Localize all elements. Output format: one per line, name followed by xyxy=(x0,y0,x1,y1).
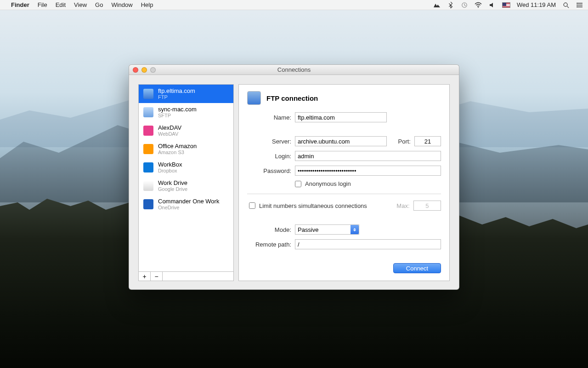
mode-label: Mode: xyxy=(247,226,291,233)
svg-point-7 xyxy=(577,3,577,4)
connection-subtitle: SFTP xyxy=(158,113,197,118)
wifi-icon[interactable] xyxy=(475,2,482,8)
limit-connections-label: Limit numbers simultaneous connections xyxy=(259,202,367,209)
svg-line-3 xyxy=(567,6,569,8)
svg-point-2 xyxy=(564,3,567,6)
connection-protocol-icon xyxy=(143,199,153,209)
dropdown-caret-icon xyxy=(351,225,359,234)
mountain-status-icon[interactable] xyxy=(433,2,441,8)
name-label: Name: xyxy=(247,114,291,121)
connection-item[interactable]: sync-mac.comSFTP xyxy=(139,103,233,121)
connection-item[interactable]: Office AmazonAmazon S3 xyxy=(139,140,233,158)
connection-name: ftp.eltima.com xyxy=(158,88,195,94)
connection-name: AlexDAV xyxy=(158,125,181,131)
menu-go[interactable]: Go xyxy=(95,1,103,8)
svg-point-8 xyxy=(577,5,577,6)
connection-detail-panel: FTP connection Name: Server: Port: Login… xyxy=(238,84,450,281)
menu-window[interactable]: Window xyxy=(111,1,132,8)
clock[interactable]: Wed 11:19 AM xyxy=(517,1,556,8)
connection-item[interactable]: WorkBoxDropbox xyxy=(139,158,233,177)
app-menus: Finder File Edit View Go Window Help xyxy=(11,1,153,8)
svg-point-9 xyxy=(577,6,577,7)
sidebar-footer: + − xyxy=(138,272,234,281)
connection-protocol-icon xyxy=(143,144,153,154)
login-field[interactable] xyxy=(295,151,441,161)
limit-connections-checkbox[interactable] xyxy=(249,202,255,209)
connection-name: Commander One Work xyxy=(158,198,219,205)
connection-protocol-icon xyxy=(143,181,153,191)
mode-select[interactable]: Passive xyxy=(295,224,359,235)
connection-protocol-icon xyxy=(143,89,153,99)
login-label: Login: xyxy=(247,153,291,160)
connection-subtitle: OneDrive xyxy=(158,205,219,210)
connection-item[interactable]: AlexDAVWebDAV xyxy=(139,121,233,140)
max-label: Max: xyxy=(396,202,409,209)
password-field[interactable] xyxy=(295,166,441,176)
anonymous-login-checkbox[interactable] xyxy=(295,181,301,187)
timemachine-icon[interactable] xyxy=(461,2,468,8)
menu-help[interactable]: Help xyxy=(141,1,153,8)
input-source-flag-icon[interactable] xyxy=(502,2,510,8)
connection-subtitle: Dropbox xyxy=(158,168,182,173)
connection-name: Office Amazon xyxy=(158,143,197,150)
connection-name: Work Drive xyxy=(158,180,187,186)
connection-name: sync-mac.com xyxy=(158,106,197,113)
ftp-drive-icon xyxy=(247,91,261,105)
add-connection-button[interactable]: + xyxy=(139,272,151,281)
server-label: Server: xyxy=(247,138,291,145)
server-field[interactable] xyxy=(295,136,387,146)
remove-connection-button[interactable]: − xyxy=(151,272,163,281)
titlebar[interactable]: Connections xyxy=(129,65,459,75)
svg-point-1 xyxy=(478,7,479,8)
password-label: Password: xyxy=(247,167,291,174)
connection-subtitle: WebDAV xyxy=(158,131,181,137)
detail-title: FTP connection xyxy=(266,94,318,102)
bluetooth-icon[interactable] xyxy=(447,2,454,8)
connect-button[interactable]: Connect xyxy=(393,263,441,273)
notification-center-icon[interactable] xyxy=(576,2,583,8)
menu-file[interactable]: File xyxy=(38,1,47,8)
connection-item[interactable]: ftp.eltima.comFTP xyxy=(139,85,233,103)
connections-window: Connections ftp.eltima.comFTPsync-mac.co… xyxy=(129,64,459,290)
connection-subtitle: FTP xyxy=(158,94,195,100)
port-field[interactable] xyxy=(414,136,441,146)
connection-item[interactable]: Commander One WorkOneDrive xyxy=(139,195,233,213)
connection-item[interactable]: Work DriveGoogle Drive xyxy=(139,177,233,195)
app-name-menu[interactable]: Finder xyxy=(11,1,29,8)
menu-edit[interactable]: Edit xyxy=(56,1,66,8)
max-connections-field xyxy=(413,201,441,211)
connection-subtitle: Amazon S3 xyxy=(158,150,197,155)
window-title: Connections xyxy=(129,66,459,73)
remote-path-label: Remote path: xyxy=(247,241,291,248)
menubar: Finder File Edit View Go Window Help Wed… xyxy=(0,0,588,10)
remote-path-field[interactable] xyxy=(295,239,441,249)
window-zoom-button[interactable] xyxy=(150,67,156,73)
menu-view[interactable]: View xyxy=(74,1,87,8)
volume-icon[interactable] xyxy=(488,2,496,8)
anonymous-login-label: Anonymous login xyxy=(305,180,351,187)
connections-list[interactable]: ftp.eltima.comFTPsync-mac.comSFTPAlexDAV… xyxy=(138,84,234,272)
connection-protocol-icon xyxy=(143,107,153,117)
name-field[interactable] xyxy=(295,112,387,122)
connections-sidebar: ftp.eltima.comFTPsync-mac.comSFTPAlexDAV… xyxy=(138,84,234,281)
window-close-button[interactable] xyxy=(133,67,138,73)
window-minimize-button[interactable] xyxy=(141,67,147,73)
connection-protocol-icon xyxy=(143,126,153,136)
port-label: Port: xyxy=(398,138,411,145)
connection-protocol-icon xyxy=(143,162,153,172)
spotlight-icon[interactable] xyxy=(562,2,570,8)
connection-subtitle: Google Drive xyxy=(158,186,187,192)
status-icons: Wed 11:19 AM xyxy=(433,1,583,8)
connection-name: WorkBox xyxy=(158,161,182,168)
